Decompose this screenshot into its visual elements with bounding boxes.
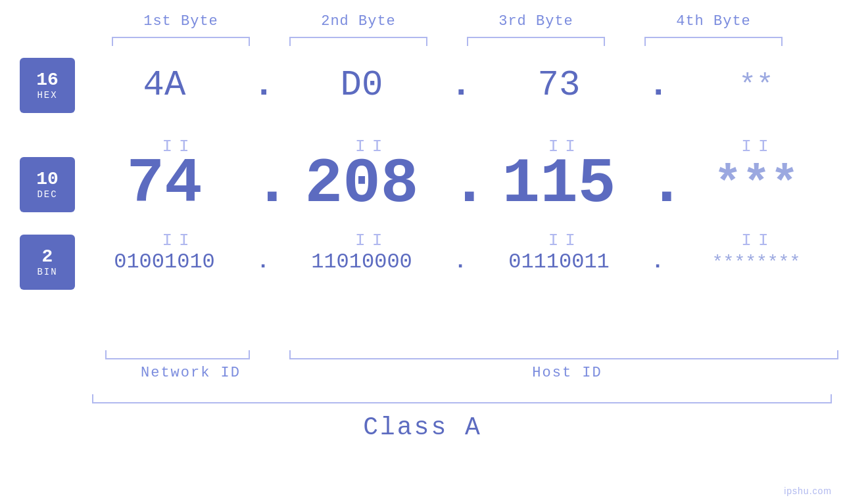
bin-byte-4: ********: [667, 252, 845, 273]
dec-base-label: 10 DEC: [20, 157, 75, 212]
bin-base-label: 2 BIN: [20, 235, 75, 290]
hex-byte-4: **: [667, 69, 845, 102]
byte-header-3: 3rd Byte: [447, 13, 625, 30]
byte-header-4: 4th Byte: [625, 13, 802, 30]
dec-dot-1: .: [253, 153, 273, 216]
dec-byte-2: 208: [273, 153, 450, 216]
network-bracket-container: [92, 350, 289, 359]
bin-row: 2 BIN 01001010 . 11010000 . 01110011 . *…: [0, 252, 845, 273]
byte-header-2: 2nd Byte: [270, 13, 447, 30]
hex-dot-3: .: [648, 68, 667, 103]
bracket-line-4: [644, 37, 783, 46]
bracket-4: [625, 35, 802, 48]
id-labels: Network ID Host ID: [92, 365, 845, 381]
eq-dec-bin-2: II: [285, 231, 459, 250]
byte-header-1: 1st Byte: [92, 13, 270, 30]
bin-base-text: BIN: [37, 267, 57, 277]
host-bracket-line: [289, 350, 838, 359]
bracket-3: [447, 35, 625, 48]
long-bottom-bracket: [92, 394, 832, 403]
byte-headers: 1st Byte 2nd Byte 3rd Byte 4th Byte: [92, 13, 845, 30]
dec-dot-3: .: [648, 153, 667, 216]
dec-base-number: 10: [36, 170, 59, 190]
dec-base-text: DEC: [37, 189, 57, 200]
eq-dec-bin-1: II: [92, 231, 266, 250]
eq-dec-bin-3: II: [478, 231, 652, 250]
bottom-section: Network ID Host ID Class A: [0, 350, 845, 442]
bracket-2: [270, 35, 447, 48]
hex-base-number: 16: [36, 70, 59, 91]
network-bracket-line: [105, 350, 250, 359]
host-id-label: Host ID: [289, 365, 845, 381]
watermark: ipshu.com: [784, 486, 832, 496]
dec-byte-4: ***: [667, 158, 845, 212]
bottom-brackets: [92, 350, 845, 359]
bin-values: 01001010 . 11010000 . 01110011 . *******…: [76, 252, 845, 273]
bin-dot-3: .: [648, 252, 667, 273]
dec-dot-2: .: [450, 153, 470, 216]
host-bracket-container: [289, 350, 845, 359]
bin-base-number: 2: [42, 247, 53, 267]
bin-byte-3: 01110011: [470, 252, 648, 273]
bracket-line-2: [289, 37, 427, 46]
bin-dot-1: .: [253, 252, 273, 273]
bin-byte-2: 11010000: [273, 252, 450, 273]
hex-byte-2: D0: [273, 68, 450, 103]
bracket-line-1: [112, 37, 250, 46]
hex-dot-2: .: [450, 68, 470, 103]
dec-byte-1: 74: [76, 153, 253, 216]
dec-byte-3: 115: [470, 153, 648, 216]
main-container: 1st Byte 2nd Byte 3rd Byte 4th Byte 16 H…: [0, 0, 845, 504]
bracket-1: [92, 35, 270, 48]
bin-byte-1: 01001010: [76, 252, 253, 273]
equals-dec-bin: II II II II: [92, 231, 845, 250]
network-id-label: Network ID: [92, 365, 289, 381]
top-brackets: [92, 35, 845, 48]
bracket-line-3: [467, 37, 605, 46]
eq-dec-bin-4: II: [671, 231, 845, 250]
dec-values: 74 . 208 . 115 . ***: [76, 153, 845, 216]
hex-byte-1: 4A: [76, 68, 253, 103]
hex-dot-1: .: [253, 68, 273, 103]
hex-base-text: HEX: [37, 90, 57, 101]
hex-row: 16 HEX 4A . D0 . 73 . **: [0, 68, 845, 103]
bin-dot-2: .: [450, 252, 470, 273]
dec-row: 10 DEC 74 . 208 . 115 . ***: [0, 153, 845, 216]
hex-values: 4A . D0 . 73 . **: [76, 68, 845, 103]
class-label: Class A: [0, 413, 845, 442]
hex-byte-3: 73: [470, 68, 648, 103]
hex-base-label: 16 HEX: [20, 58, 75, 113]
content-area: 16 HEX 4A . D0 . 73 . ** II II II II: [0, 68, 845, 504]
